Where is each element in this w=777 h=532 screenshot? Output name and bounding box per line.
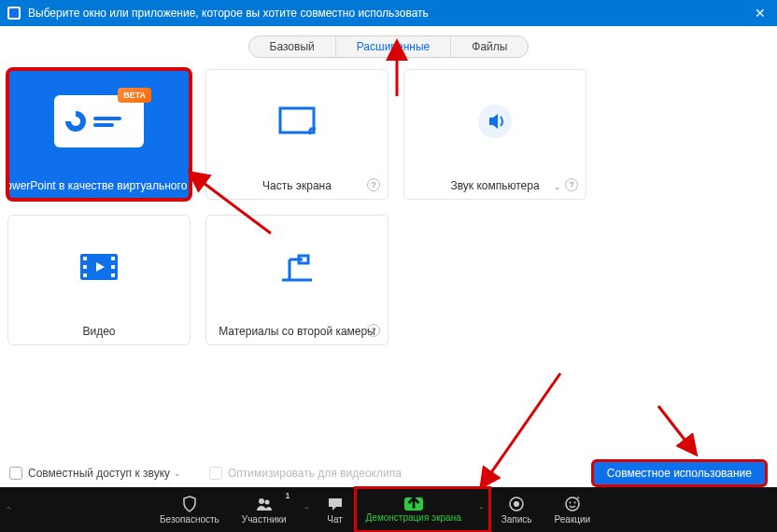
svg-line-27: [658, 406, 691, 448]
svg-rect-0: [9, 8, 19, 18]
tab-files[interactable]: Файлы: [451, 36, 528, 57]
share-button[interactable]: Совместное использование: [591, 459, 768, 487]
card-label: Материалы со второй камеры: [206, 318, 388, 344]
help-icon[interactable]: ?: [367, 324, 380, 337]
close-icon[interactable]: ✕: [751, 6, 770, 21]
app-icon: [7, 7, 21, 20]
toolbar-label: Участники: [242, 514, 287, 525]
toolbar-participants[interactable]: 1 Участники: [231, 487, 298, 532]
participants-count: 1: [286, 491, 290, 500]
toolbar-chat[interactable]: Чат: [316, 487, 355, 532]
card-powerpoint-virtual[interactable]: BETA PowerPoint в качестве виртуального …: [7, 69, 191, 200]
svg-point-22: [573, 501, 575, 503]
help-icon[interactable]: ?: [565, 178, 578, 191]
tab-basic[interactable]: Базовый: [249, 36, 336, 57]
powerpoint-preview-icon: BETA: [8, 70, 190, 173]
share-screen-icon: [404, 497, 423, 511]
svg-point-17: [264, 499, 269, 504]
tab-bar: Базовый Расширенные Файлы: [0, 35, 777, 58]
footer-bar: Совместный доступ к звуку ⌄ Оптимизирова…: [0, 459, 777, 487]
card-second-camera[interactable]: Материалы со второй камеры ?: [205, 215, 388, 345]
card-label: Часть экрана: [206, 173, 388, 199]
speaker-icon: [404, 70, 586, 173]
toolbar-share-screen[interactable]: Демонстрация экрана: [355, 487, 473, 532]
svg-rect-7: [83, 265, 87, 269]
svg-point-19: [514, 501, 519, 507]
toolbar-security[interactable]: Безопасность: [148, 487, 231, 532]
chevron-down-icon[interactable]: ⌄: [174, 469, 181, 478]
svg-rect-11: [111, 273, 115, 277]
svg-text:+: +: [576, 496, 580, 501]
chevron-up-icon[interactable]: ⌃: [0, 487, 18, 532]
card-video[interactable]: Видео: [7, 215, 191, 345]
chevron-up-icon[interactable]: ⌃: [473, 487, 490, 532]
svg-rect-6: [83, 257, 87, 260]
titlebar-title: Выберите окно или приложение, которое вы…: [28, 7, 429, 20]
card-screen-portion[interactable]: Часть экрана ?: [205, 69, 388, 200]
toolbar-label: Запись: [502, 514, 532, 525]
share-audio-label: Совместный доступ к звуку: [28, 467, 170, 480]
annotation-arrow: [654, 401, 700, 461]
optimize-video-label: Оптимизировать для видеоклипа: [228, 467, 402, 480]
card-label: PowerPoint в качестве виртуального ...: [8, 173, 190, 199]
toolbar-label: Чат: [327, 514, 343, 525]
svg-rect-9: [111, 257, 115, 260]
toolbar-reactions[interactable]: + Реакции: [544, 487, 602, 532]
svg-rect-15: [299, 256, 308, 263]
beta-badge: BETA: [118, 88, 151, 103]
share-audio-checkbox[interactable]: [9, 467, 22, 480]
svg-rect-10: [111, 265, 115, 269]
card-computer-audio[interactable]: Звук компьютера ⌄ ?: [403, 69, 586, 200]
toolbar-label: Реакции: [555, 514, 591, 525]
optimize-video-checkbox[interactable]: [209, 467, 222, 480]
card-label: Видео: [8, 318, 190, 344]
toolbar-label: Демонстрация экрана: [366, 512, 461, 523]
tab-advanced[interactable]: Расширенные: [336, 36, 452, 57]
video-film-icon: [8, 216, 190, 318]
share-options-grid: BETA PowerPoint в качестве виртуального …: [0, 58, 777, 357]
svg-rect-8: [83, 273, 87, 277]
help-icon[interactable]: ?: [367, 178, 380, 191]
svg-point-21: [569, 501, 571, 503]
document-camera-icon: [206, 216, 388, 318]
svg-point-16: [259, 498, 264, 504]
toolbar-label: Безопасность: [160, 514, 219, 525]
screen-portion-icon: [206, 70, 388, 173]
chevron-up-icon[interactable]: ⌃: [298, 487, 316, 532]
toolbar-record[interactable]: Запись: [490, 487, 544, 532]
toolbar-share-screen-wrap: Демонстрация экрана ⌃: [355, 487, 490, 532]
titlebar: Выберите окно или приложение, которое вы…: [0, 0, 777, 26]
meeting-toolbar: ⌃ Безопасность 1 Участники ⌃ Чат Демонст…: [0, 487, 777, 532]
chevron-down-icon[interactable]: ⌄: [554, 182, 561, 191]
